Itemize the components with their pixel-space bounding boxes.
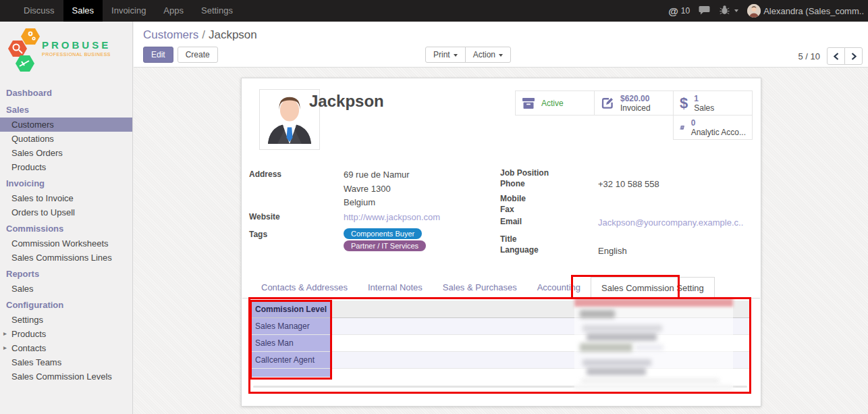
probuse-logo-icon [5, 24, 46, 81]
active-label: Active [541, 99, 564, 108]
sidebar-header-reports[interactable]: Reports [0, 265, 132, 282]
tab-sales-commission-setting[interactable]: Sales Commission Setting [591, 277, 715, 299]
analytic-accounts-stat-button[interactable]: 0 Analytic Acco... [673, 115, 753, 140]
sidebar-item-config-products[interactable]: ▸ Products [0, 327, 132, 341]
tab-sales-purchases[interactable]: Sales & Purchases [433, 277, 527, 298]
chevron-down-icon [499, 54, 503, 57]
chevron-down-icon [454, 54, 458, 57]
sidebar-header-dashboard[interactable]: Dashboard [0, 84, 132, 101]
notebook-tabs: Contacts & Addresses Internal Notes Sale… [242, 277, 760, 299]
pager-previous-button[interactable] [827, 47, 845, 65]
analytic-count: 0 [691, 118, 746, 128]
mentions-button[interactable]: @ 10 [668, 5, 690, 17]
redacted-blob [587, 367, 646, 376]
dollar-icon: $ [680, 97, 688, 110]
customer-name: Jackpson [309, 92, 384, 111]
sidebar-header-sales[interactable]: Sales [0, 101, 132, 118]
archive-box-icon [522, 97, 535, 109]
debug-menu-button[interactable] [720, 5, 738, 17]
website-link[interactable]: http://www.jackpson.com [344, 212, 440, 222]
tags-label: Tags [249, 230, 267, 239]
table-bottom-rule-2 [257, 392, 738, 393]
invoiced-label: Invoiced [620, 103, 651, 113]
sidebar-item-sales-commissions-lines[interactable]: Sales Commissions Lines [0, 251, 132, 265]
sidebar-item-quotations[interactable]: Quotations [0, 132, 132, 146]
menu-sales[interactable]: Sales [63, 0, 103, 22]
menu-discuss[interactable]: Discuss [15, 0, 63, 22]
tab-internal-notes[interactable]: Internal Notes [358, 277, 433, 298]
sidebar-item-sales-teams[interactable]: Sales Teams [0, 355, 132, 369]
breadcrumb-customers-link[interactable]: Customers [143, 28, 198, 41]
edit-pencil-icon [601, 97, 614, 110]
topbar-right-tools: @ 10 [668, 4, 868, 18]
sidebar-header-invoicing[interactable]: Invoicing [0, 174, 132, 191]
sidebar-header-commissions[interactable]: Commissions [0, 219, 132, 236]
sidebar-item-config-contacts[interactable]: ▸ Contacts [0, 341, 132, 355]
sidebar-header-configuration[interactable]: Configuration [0, 296, 132, 313]
redacted-blob [582, 359, 651, 366]
commission-level-cell: Callcenter Agent [251, 352, 331, 368]
highlighted-empty-cell [251, 369, 331, 377]
website-label: Website [249, 212, 280, 222]
invoiced-stat-button[interactable]: $620.00 Invoiced [594, 90, 674, 115]
create-button[interactable]: Create [178, 47, 218, 63]
menu-settings[interactable]: Settings [192, 0, 242, 22]
email-link[interactable]: Jackpson@yourcompany.example.c.. [598, 217, 743, 228]
email-label: Email [500, 217, 522, 226]
address-label: Address [249, 170, 281, 179]
top-menu: Discuss Sales Invoicing Apps Settings [15, 0, 242, 22]
user-menu-button[interactable]: Alexandra (Sales_comm.. [747, 4, 864, 18]
sidebar-item-customers[interactable]: Customers [0, 118, 132, 132]
sidebar-item-sales-commission-levels[interactable]: Sales Commission Levels [0, 369, 132, 384]
tab-accounting[interactable]: Accounting [527, 277, 591, 298]
sidebar-item-commission-worksheets[interactable]: Commission Worksheets [0, 236, 132, 251]
sidebar-item-sales-to-invoice[interactable]: Sales to Invoice [0, 191, 132, 205]
top-navbar: Discuss Sales Invoicing Apps Settings @ … [0, 0, 868, 22]
sidebar-item-label: Products [11, 329, 46, 339]
address-line-country: Belgium [344, 197, 375, 207]
tag-components-buyer: Components Buyer [344, 228, 422, 239]
chevron-down-icon [734, 9, 738, 12]
menu-apps[interactable]: Apps [155, 0, 192, 22]
action-dropdown-button[interactable]: Action [465, 47, 511, 63]
breadcrumb: Customers/Jackpson [134, 22, 868, 42]
sidebar-item-reports-sales[interactable]: Sales [0, 282, 132, 296]
redacted-column-overlay [574, 299, 733, 392]
print-label: Print [433, 50, 450, 59]
title-label: Title [500, 234, 516, 244]
bug-icon [720, 5, 730, 17]
redacted-blob [635, 344, 663, 351]
redacted-column-header-blur [574, 299, 733, 307]
sales-stat-button[interactable]: $ 1 Sales [673, 90, 753, 115]
sidebar-item-settings[interactable]: Settings [0, 313, 132, 327]
sidebar-menu: Dashboard Sales Customers Quotations Sal… [0, 84, 132, 384]
commission-level-cell: Sales Manager [251, 318, 331, 334]
redacted-blob [580, 343, 632, 352]
sales-label: Sales [694, 103, 714, 113]
sidebar-item-orders-to-upsell[interactable]: Orders to Upsell [0, 205, 132, 219]
active-stat-button[interactable]: Active [515, 90, 595, 115]
sidebar: PROBUSE PROFESSIONAL BUSINESS Dashboard … [0, 22, 133, 414]
tab-contacts-addresses[interactable]: Contacts & Addresses [251, 277, 358, 298]
pager-next-button[interactable] [844, 47, 863, 65]
language-value: English [598, 246, 627, 256]
print-dropdown-button[interactable]: Print [425, 47, 466, 63]
user-name: Alexandra (Sales_comm.. [763, 6, 864, 16]
redacted-blob [581, 378, 720, 384]
messages-button[interactable] [699, 5, 711, 17]
expand-caret-icon: ▸ [3, 329, 7, 338]
company-logo: PROBUSE PROFESSIONAL BUSINESS [0, 22, 132, 84]
commission-level-cell: Sales Man [251, 335, 331, 351]
address-line-street: 69 rue de Namur [344, 170, 410, 180]
edit-button[interactable]: Edit [143, 47, 173, 63]
breadcrumb-current: Jackpson [209, 28, 257, 41]
mentions-count: 10 [681, 6, 690, 16]
customer-form-sheet: Jackpson Active $620.00 Invoiced $ [241, 78, 761, 407]
sidebar-item-products[interactable]: Products [0, 160, 132, 174]
phone-label: Phone [500, 179, 525, 188]
phone-value: +32 10 588 558 [598, 179, 659, 189]
menu-invoicing[interactable]: Invoicing [103, 0, 155, 22]
sidebar-item-sales-orders[interactable]: Sales Orders [0, 146, 132, 160]
control-panel: Customers/Jackpson Edit Create Print Act… [134, 22, 868, 68]
user-avatar [747, 4, 761, 18]
